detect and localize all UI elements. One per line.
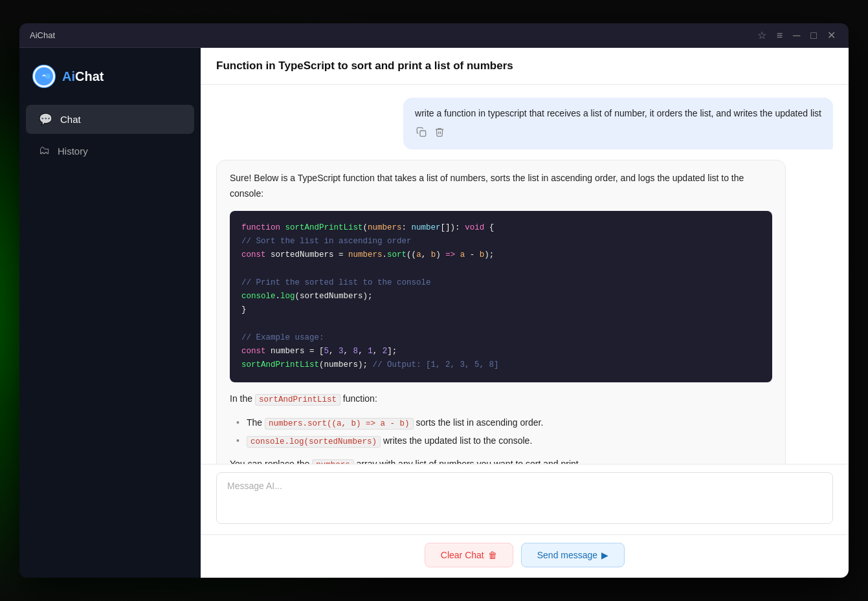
main-content: Function in TypeScript to sort and print…: [201, 48, 849, 578]
svg-rect-3: [420, 131, 426, 137]
svg-point-2: [45, 74, 50, 79]
delete-user-message-button[interactable]: [433, 126, 446, 140]
code-line-6: console.log(sortedNumbers);: [241, 290, 761, 303]
code-line-4: [241, 262, 761, 276]
folder-icon: 🗂: [39, 144, 50, 157]
copy-user-message-button[interactable]: [415, 126, 428, 140]
app-logo-text: AiChat: [62, 69, 104, 84]
app-logo-icon: [32, 65, 56, 88]
code-line-2: // Sort the list in ascending order: [241, 235, 761, 248]
code-block: function sortAndPrintList(numbers: numbe…: [230, 211, 772, 383]
svg-point-0: [34, 66, 54, 87]
svg-point-1: [38, 74, 43, 79]
code-line-10: const numbers = [5, 3, 8, 1, 2];: [241, 345, 761, 358]
send-icon: ▶: [601, 550, 608, 560]
window-controls: ☆ ≡ ─ □ ✕: [755, 28, 838, 43]
ai-outro-text: In the sortAndPrintList function:: [230, 391, 772, 407]
chat-title: Function in TypeScript to sort and print…: [216, 60, 833, 72]
trash-icon: 🗑: [488, 550, 497, 560]
message-input[interactable]: [216, 472, 833, 524]
close-icon[interactable]: ✕: [825, 28, 838, 43]
titlebar: AiChat ☆ ≡ ─ □ ✕: [19, 23, 849, 48]
chat-header: Function in TypeScript to sort and print…: [201, 48, 849, 85]
send-message-label: Send message: [537, 550, 597, 560]
code-line-9: // Example usage:: [241, 331, 761, 345]
user-message: write a function in typescript that rece…: [403, 98, 833, 149]
sidebar-label-chat: Chat: [60, 114, 81, 125]
app-body: AiChat 💬 Chat 🗂 History Function in Type…: [19, 48, 849, 578]
code-line-7: }: [241, 303, 761, 317]
code-line-5: // Print the sorted list to the console: [241, 276, 761, 290]
bullet-item-1: The numbers.sort((a, b) => a - b) sorts …: [236, 414, 772, 432]
menu-icon[interactable]: ≡: [774, 28, 785, 43]
clear-chat-label: Clear Chat: [441, 550, 484, 560]
star-icon[interactable]: ☆: [755, 28, 769, 43]
code-line-1: function sortAndPrintList(numbers: numbe…: [241, 221, 761, 235]
app-window: AiChat ☆ ≡ ─ □ ✕: [19, 23, 849, 578]
bullet-item-2: console.log(sortedNumbers) writes the up…: [236, 432, 772, 450]
titlebar-title: AiChat: [30, 30, 55, 40]
chat-icon: 💬: [39, 113, 52, 126]
chat-messages: write a function in typescript that rece…: [201, 85, 849, 464]
maximize-icon[interactable]: □: [808, 28, 819, 43]
minimize-icon[interactable]: ─: [790, 28, 803, 43]
logo-area: AiChat: [19, 58, 201, 104]
sidebar-item-chat[interactable]: 💬 Chat: [26, 105, 194, 134]
ai-intro-text: Sure! Below is a TypeScript function tha…: [230, 171, 772, 202]
user-message-actions: [415, 126, 821, 140]
ai-closing-text: You can replace the numbers array with a…: [230, 457, 772, 464]
chat-input-area: [201, 464, 849, 534]
sidebar-label-history: History: [58, 146, 88, 157]
sidebar: AiChat 💬 Chat 🗂 History: [19, 48, 201, 578]
code-line-8: [241, 317, 761, 331]
user-message-text: write a function in typescript that rece…: [415, 107, 821, 120]
bottom-toolbar: Clear Chat 🗑 Send message ▶: [201, 534, 849, 578]
code-line-11: sortAndPrintList(numbers); // Output: [1…: [241, 358, 761, 372]
ai-message: Sure! Below is a TypeScript function tha…: [216, 160, 786, 464]
code-line-3: const sortedNumbers = numbers.sort((a, b…: [241, 248, 761, 262]
clear-chat-button[interactable]: Clear Chat 🗑: [425, 543, 513, 567]
sidebar-item-history[interactable]: 🗂 History: [26, 137, 194, 165]
send-message-button[interactable]: Send message ▶: [521, 543, 625, 567]
bullet-list: The numbers.sort((a, b) => a - b) sorts …: [230, 414, 772, 451]
